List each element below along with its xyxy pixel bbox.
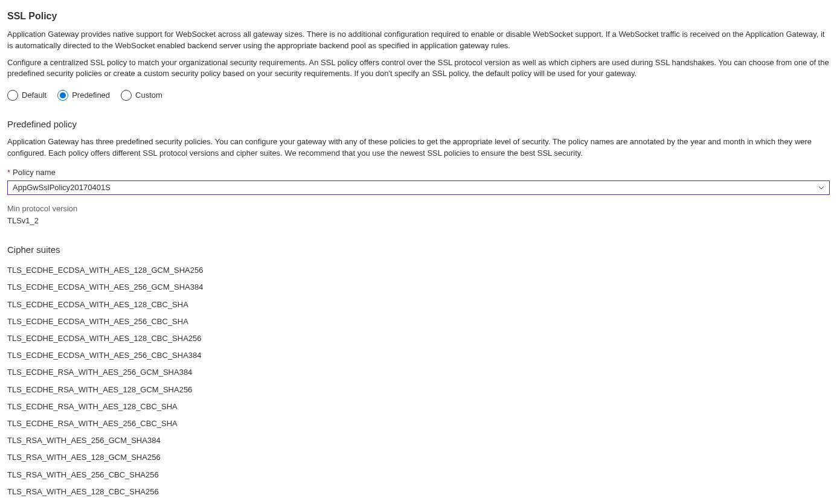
cipher-suites-heading: Cipher suites xyxy=(7,243,830,256)
required-indicator: * xyxy=(7,168,10,177)
cipher-suite-item: TLS_ECDHE_ECDSA_WITH_AES_256_GCM_SHA384 xyxy=(7,279,830,296)
radio-default[interactable]: Default xyxy=(7,90,46,101)
ssl-policy-description: Configure a centralized SSL policy to ma… xyxy=(7,57,830,79)
policy-name-label: *Policy name xyxy=(7,167,830,178)
cipher-suite-item: TLS_RSA_WITH_AES_128_GCM_SHA256 xyxy=(7,449,830,466)
cipher-suite-item: TLS_RSA_WITH_AES_256_CBC_SHA xyxy=(7,500,830,504)
radio-custom[interactable]: Custom xyxy=(121,90,162,101)
cipher-suite-item: TLS_RSA_WITH_AES_256_GCM_SHA384 xyxy=(7,432,830,449)
policy-type-radio-group: Default Predefined Custom xyxy=(7,90,830,101)
predefined-policy-description: Application Gateway has three predefined… xyxy=(7,136,830,158)
cipher-suite-item: TLS_ECDHE_RSA_WITH_AES_256_GCM_SHA384 xyxy=(7,364,830,381)
policy-name-select[interactable]: AppGwSslPolicy20170401S xyxy=(7,180,830,195)
ssl-policy-heading: SSL Policy xyxy=(7,10,830,23)
cipher-suite-item: TLS_ECDHE_ECDSA_WITH_AES_128_CBC_SHA xyxy=(7,296,830,313)
cipher-suite-item: TLS_RSA_WITH_AES_256_CBC_SHA256 xyxy=(7,467,830,483)
cipher-suite-item: TLS_ECDHE_ECDSA_WITH_AES_256_CBC_SHA384 xyxy=(7,347,830,364)
radio-custom-label: Custom xyxy=(135,90,162,101)
cipher-suite-item: TLS_RSA_WITH_AES_128_CBC_SHA256 xyxy=(7,483,830,500)
cipher-suite-item: TLS_ECDHE_ECDSA_WITH_AES_128_CBC_SHA256 xyxy=(7,330,830,347)
cipher-suite-item: TLS_ECDHE_ECDSA_WITH_AES_128_GCM_SHA256 xyxy=(7,262,830,279)
cipher-suite-item: TLS_ECDHE_RSA_WITH_AES_128_GCM_SHA256 xyxy=(7,381,830,398)
policy-name-label-text: Policy name xyxy=(13,168,56,177)
min-protocol-label: Min protocol version xyxy=(7,203,830,214)
policy-name-field: *Policy name AppGwSslPolicy20170401S xyxy=(7,167,830,195)
websocket-description: Application Gateway provides native supp… xyxy=(7,29,830,51)
cipher-suite-item: TLS_ECDHE_RSA_WITH_AES_128_CBC_SHA xyxy=(7,398,830,415)
radio-predefined-label: Predefined xyxy=(72,90,110,101)
cipher-suites-list: TLS_ECDHE_ECDSA_WITH_AES_128_GCM_SHA256T… xyxy=(7,262,830,504)
predefined-policy-heading: Predefined policy xyxy=(7,118,830,130)
cipher-suite-item: TLS_ECDHE_RSA_WITH_AES_256_CBC_SHA xyxy=(7,415,830,432)
cipher-suite-item: TLS_ECDHE_ECDSA_WITH_AES_256_CBC_SHA xyxy=(7,313,830,330)
radio-icon xyxy=(57,90,68,101)
radio-predefined[interactable]: Predefined xyxy=(57,90,110,101)
radio-default-label: Default xyxy=(22,90,46,101)
radio-icon xyxy=(7,90,18,101)
policy-name-value: AppGwSslPolicy20170401S xyxy=(13,182,111,193)
radio-icon xyxy=(121,90,132,101)
min-protocol-value: TLSv1_2 xyxy=(7,215,830,226)
